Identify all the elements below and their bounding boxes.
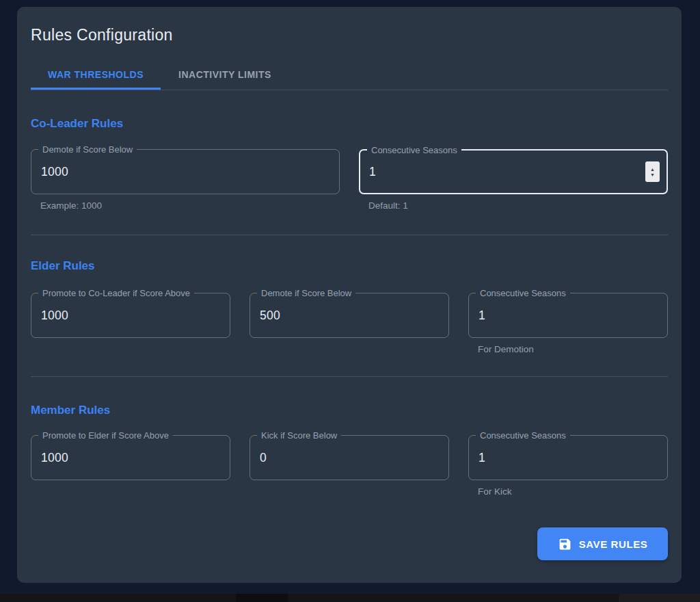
field-label: Promote to Co-Leader if Score Above xyxy=(38,287,194,299)
field-member-promote: Promote to Elder if Score Above xyxy=(31,435,230,497)
section-heading-elder: Elder Rules xyxy=(31,259,668,274)
field-helper: For Demotion xyxy=(478,344,668,355)
tab-war-thresholds[interactable]: WAR THRESHOLDS xyxy=(31,59,161,90)
save-row: SAVE RULES xyxy=(31,527,668,560)
tab-inactivity-limits[interactable]: INACTIVITY LIMITS xyxy=(161,59,289,90)
field-label: Promote to Elder if Score Above xyxy=(38,430,173,441)
member-promote-input[interactable] xyxy=(41,451,220,465)
member-kick-input-box: Kick if Score Below xyxy=(250,435,449,480)
member-seasons-input[interactable] xyxy=(479,451,658,465)
field-coleader-seasons: Consecutive Seasons ▲ ▼ Default: 1 xyxy=(359,149,668,211)
field-label: Demote if Score Below xyxy=(257,287,355,299)
section-divider xyxy=(31,235,668,235)
field-member-seasons: Consecutive Seasons For Kick xyxy=(468,435,668,497)
field-elder-demote: Demote if Score Below xyxy=(250,293,449,355)
field-elder-seasons: Consecutive Seasons For Demotion xyxy=(468,293,668,355)
field-helper: Default: 1 xyxy=(368,200,668,211)
section-heading-member: Member Rules xyxy=(31,403,668,418)
elder-demote-input-box: Demote if Score Below xyxy=(250,293,449,338)
co-leader-fields-row: Demote if Score Below Example: 1000 Cons… xyxy=(31,149,668,211)
elder-seasons-input-box: Consecutive Seasons xyxy=(468,293,668,338)
field-coleader-demote: Demote if Score Below Example: 1000 xyxy=(31,149,340,211)
desktop-taskbar xyxy=(0,594,700,602)
elder-seasons-input[interactable] xyxy=(479,309,658,323)
stepper-down-icon[interactable]: ▼ xyxy=(650,172,655,177)
taskbar-segment xyxy=(619,594,700,602)
member-seasons-input-box: Consecutive Seasons xyxy=(468,435,668,480)
stepper-up-icon[interactable]: ▲ xyxy=(650,167,655,172)
number-stepper[interactable]: ▲ ▼ xyxy=(645,161,660,182)
taskbar-segment xyxy=(236,594,288,602)
rules-configuration-card: Rules Configuration WAR THRESHOLDS INACT… xyxy=(17,7,682,583)
save-icon xyxy=(558,537,572,551)
member-kick-input[interactable] xyxy=(260,451,439,465)
coleader-seasons-input[interactable] xyxy=(369,165,658,179)
field-label: Demote if Score Below xyxy=(38,144,137,155)
coleader-demote-input[interactable] xyxy=(41,165,329,179)
field-helper: Example: 1000 xyxy=(40,200,340,211)
tab-bar: WAR THRESHOLDS INACTIVITY LIMITS xyxy=(31,59,668,90)
field-label: Consecutive Seasons xyxy=(476,430,570,441)
coleader-seasons-input-box: Consecutive Seasons ▲ ▼ xyxy=(359,149,668,194)
save-rules-button[interactable]: SAVE RULES xyxy=(537,527,668,560)
field-member-kick: Kick if Score Below xyxy=(250,435,449,497)
elder-demote-input[interactable] xyxy=(260,309,439,323)
field-helper: For Kick xyxy=(478,486,668,497)
section-divider xyxy=(31,376,668,377)
coleader-demote-input-box: Demote if Score Below xyxy=(31,149,340,194)
field-label: Consecutive Seasons xyxy=(367,144,461,156)
member-fields-row: Promote to Elder if Score Above Kick if … xyxy=(31,435,668,497)
field-label: Kick if Score Below xyxy=(257,430,341,441)
elder-promote-input[interactable] xyxy=(41,309,220,323)
section-heading-co-leader: Co-Leader Rules xyxy=(31,116,668,131)
field-elder-promote: Promote to Co-Leader if Score Above xyxy=(31,293,230,355)
member-promote-input-box: Promote to Elder if Score Above xyxy=(31,435,230,480)
field-label: Consecutive Seasons xyxy=(476,287,570,299)
elder-fields-row: Promote to Co-Leader if Score Above Demo… xyxy=(31,293,668,355)
elder-promote-input-box: Promote to Co-Leader if Score Above xyxy=(31,293,230,338)
save-button-label: SAVE RULES xyxy=(579,538,648,550)
page-title: Rules Configuration xyxy=(31,25,668,45)
